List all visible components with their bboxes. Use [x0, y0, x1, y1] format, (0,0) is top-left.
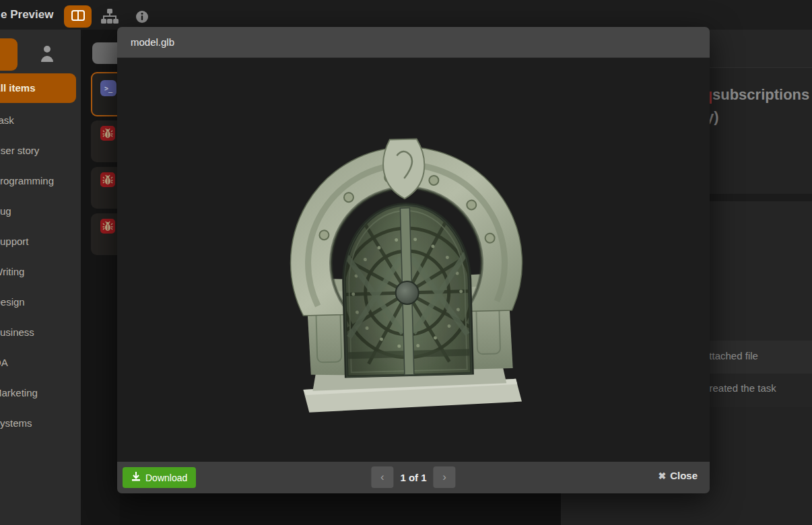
sidebar-item-design[interactable]: Design [0, 296, 25, 308]
download-label: Download [145, 473, 187, 483]
terminal-icon: >_ [100, 80, 116, 96]
modal-header: model.glb [117, 27, 710, 58]
prev-attachment-button[interactable]: ‹ [371, 466, 393, 488]
task-card-column: >_ [81, 30, 120, 525]
close-label: Close [670, 470, 698, 481]
person-icon [39, 54, 55, 64]
attachment-preview-modal: model.glb [117, 27, 710, 493]
workspace-avatar[interactable] [0, 38, 18, 71]
activity-entry: attached file [704, 350, 758, 361]
next-attachment-button[interactable]: › [434, 466, 456, 488]
sidebar-item-user-story[interactable]: User story [0, 145, 39, 156]
model-viewer-canvas[interactable] [117, 58, 710, 462]
activity-entry: created the task [704, 382, 776, 394]
sidebar-item-writing[interactable]: Writing [0, 266, 24, 277]
user-button[interactable] [39, 44, 55, 64]
columns-view-icon [71, 10, 85, 23]
download-button[interactable]: Download [123, 467, 196, 488]
sidebar-item-qa[interactable]: QA [0, 357, 8, 368]
columns-view-button[interactable] [64, 5, 92, 28]
bug-icon [100, 219, 115, 234]
info-button[interactable] [135, 10, 149, 26]
attachment-pager: ‹ 1 of 1 › [371, 466, 455, 488]
sidebar-item-task[interactable]: Task [0, 114, 14, 126]
download-icon [131, 472, 141, 483]
model-3d-arch-door[interactable] [275, 137, 539, 413]
sidebar-item-marketing[interactable]: Marketing [0, 387, 38, 398]
chevron-right-icon: › [442, 470, 446, 484]
sidebar-item-systems[interactable]: Systems [0, 417, 32, 429]
page-title: e Preview [1, 8, 53, 22]
modal-title: model.glb [117, 27, 710, 57]
close-button[interactable]: ✖ Close [658, 470, 698, 481]
bug-icon [100, 172, 115, 187]
chevron-left-icon: ‹ [380, 470, 384, 484]
sidebar-item-programming[interactable]: Programming [0, 175, 54, 186]
top-toolbar: e Preview [0, 0, 812, 30]
sidebar-item-all-items[interactable]: All items [0, 73, 76, 103]
close-icon: ✖ [658, 470, 666, 481]
app-root: e Preview [0, 0, 812, 525]
pager-label: 1 of 1 [400, 472, 426, 483]
bug-icon [100, 126, 115, 141]
modal-footer: Download ‹ 1 of 1 › ✖ Close [117, 462, 710, 493]
subscriptions-heading-line1: subscriptions (i [712, 86, 812, 104]
sidebar: All items Task User story Programming Bu… [0, 30, 81, 525]
info-icon [135, 15, 149, 26]
sitemap-icon [101, 15, 119, 26]
sitemap-view-button[interactable] [101, 9, 119, 26]
sidebar-item-business[interactable]: Business [0, 326, 34, 338]
sidebar-item-bug[interactable]: Bug [0, 205, 11, 217]
sidebar-item-support[interactable]: Support [0, 236, 29, 247]
